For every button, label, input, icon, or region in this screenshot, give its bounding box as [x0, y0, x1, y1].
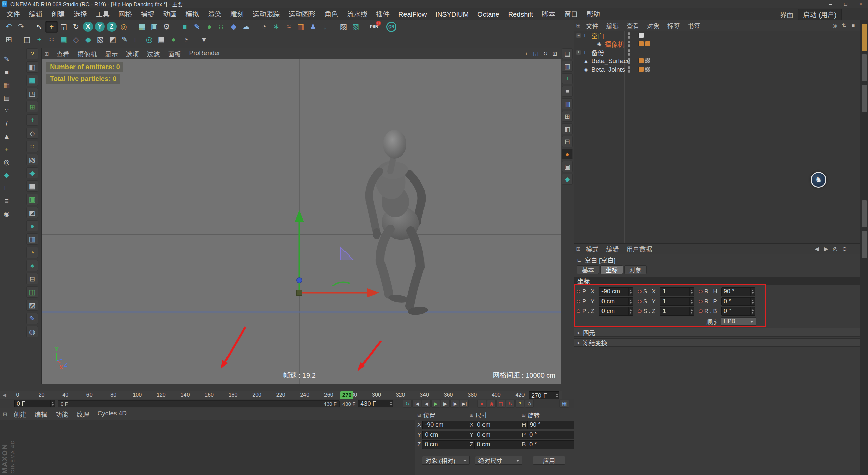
material-menu-item[interactable]: 纹理 — [72, 410, 93, 419]
object-tag[interactable] — [638, 66, 644, 72]
magnet-mode-icon[interactable]: ◉ — [1, 208, 12, 219]
sketch-tool-icon[interactable]: ✎ — [119, 34, 131, 45]
menu-item[interactable]: 模拟 — [181, 8, 203, 20]
expander-toggle[interactable]: − — [576, 33, 581, 38]
make-editable-icon[interactable]: ◫ — [21, 34, 33, 45]
drop-to-floor-icon[interactable]: ↓ — [319, 21, 331, 33]
range-end-spinner[interactable] — [389, 400, 393, 407]
keyframe-dot[interactable] — [699, 300, 703, 303]
range-start-field[interactable] — [14, 400, 55, 407]
visibility-dots[interactable] — [628, 41, 630, 47]
primitive-object-icon[interactable]: ■ — [179, 21, 191, 33]
menu-item[interactable]: 脚本 — [537, 8, 560, 20]
environment-icon[interactable]: ☁ — [240, 21, 252, 33]
object-row[interactable]: − ∟ 空白 — [574, 31, 860, 40]
menu-item[interactable]: 网格 — [114, 8, 136, 20]
x-axis-lock-icon[interactable]: X — [83, 22, 93, 32]
forward-arrow-icon[interactable]: ▶ — [822, 245, 831, 253]
panel-grip-icon[interactable]: ⊞ — [576, 22, 580, 29]
ruler-scroll-left-icon[interactable]: ◀ — [3, 392, 6, 398]
object-tag[interactable] — [645, 41, 650, 46]
interface-selector[interactable]: 启动 (用户) — [798, 9, 842, 20]
live-selection-icon[interactable]: ↖ — [33, 21, 45, 33]
frame-spinner[interactable] — [555, 392, 559, 400]
previous-frame-icon[interactable]: ◀ — [422, 400, 431, 408]
viewport-menu-item[interactable]: 显示 — [101, 49, 122, 58]
object-manager-menu-item[interactable]: 书签 — [684, 21, 704, 30]
attribute-tab[interactable]: 坐标 — [600, 265, 623, 274]
viewport-menu-item[interactable]: 面板 — [164, 49, 185, 58]
back-arrow-icon[interactable]: ◀ — [812, 245, 822, 253]
viewport-menu-item[interactable]: 查看 — [52, 49, 73, 58]
snap-paint-icon[interactable]: ▧ — [350, 21, 362, 33]
keyframe-dot[interactable] — [577, 290, 580, 293]
timeline-ruler[interactable]: ◀ 0 20 40 60 80 100 120 140 160 180 — [0, 391, 562, 399]
palette-tool-icon[interactable]: ✎ — [26, 313, 38, 324]
psr-reset-button[interactable]: PSR 0 — [368, 21, 380, 33]
palette-tool-icon[interactable]: ▦ — [26, 75, 38, 86]
material-menu-item[interactable]: 创建 — [9, 410, 30, 419]
menu-item[interactable]: 角色 — [320, 8, 342, 20]
filter-mode-icon[interactable]: ≡ — [1, 195, 12, 206]
menu-item[interactable]: 帮助 — [582, 8, 605, 20]
render-view-icon[interactable]: ▦ — [136, 21, 148, 33]
snap-spline-icon[interactable]: ◩ — [106, 34, 119, 45]
timeline-range-slider[interactable]: 0 F 430 F — [58, 400, 340, 407]
character-model[interactable] — [369, 130, 428, 316]
keyframe-dot[interactable] — [699, 290, 703, 293]
menu-item[interactable]: 雕刻 — [226, 8, 248, 20]
visibility-dots[interactable] — [628, 66, 630, 73]
layout-tab[interactable] — [862, 231, 867, 258]
coordinates-section-header[interactable]: 坐标 — [574, 277, 860, 285]
keyframe-dot[interactable] — [638, 309, 642, 313]
range-start-spinner[interactable] — [50, 400, 55, 407]
field-spinner[interactable] — [628, 288, 633, 296]
snap-mode-icon[interactable]: ◆ — [1, 170, 12, 180]
menu-item[interactable]: 流水线 — [342, 8, 372, 20]
lock-icon[interactable]: ⊙ — [840, 245, 849, 253]
expander-toggle[interactable]: + — [576, 50, 581, 55]
panel-menu-icon[interactable]: ≡ — [849, 245, 858, 253]
panel-palette-icon[interactable]: ◆ — [562, 174, 573, 185]
solo-mode-icon[interactable]: ◎ — [1, 157, 12, 168]
attribute-menu-item[interactable]: 编辑 — [602, 244, 623, 253]
palette-tool-icon[interactable]: ∗ — [26, 260, 38, 271]
camera-pan-icon[interactable]: + — [521, 49, 531, 58]
play-button[interactable]: ▶ — [431, 400, 440, 408]
view-toggle-icon[interactable]: ⊞ — [550, 49, 559, 58]
panel-palette-icon[interactable]: ◧ — [562, 124, 573, 134]
palette-tool-icon[interactable]: ▨ — [26, 300, 38, 311]
palette-tool-icon[interactable]: ▧ — [26, 154, 38, 165]
selection-paint-icon[interactable]: ▨ — [337, 21, 350, 33]
panel-palette-icon[interactable]: ⊞ — [562, 111, 573, 122]
menu-item[interactable]: 运动跟踪 — [248, 8, 284, 20]
close-button[interactable]: × — [853, 0, 868, 8]
collapsed-section-header[interactable]: 冻结变换 — [574, 338, 860, 347]
record-parameter-icon[interactable]: ? — [515, 400, 524, 408]
object-manager-menu-item[interactable]: 对象 — [643, 21, 663, 30]
menu-item[interactable]: 工具 — [92, 8, 114, 20]
scale-tool-icon[interactable]: ◱ — [58, 21, 70, 33]
render-queue-icon[interactable]: ● — [562, 149, 573, 159]
menu-item[interactable]: INSYDIUM — [431, 8, 473, 20]
palette-tool-icon[interactable]: ▤ — [26, 180, 38, 192]
rotation-attr-field[interactable] — [721, 297, 755, 306]
subdivision-surface-icon[interactable]: ● — [203, 21, 215, 33]
y-axis-lock-icon[interactable]: Y — [95, 22, 105, 32]
object-tag[interactable] — [638, 41, 644, 46]
panel-palette-icon[interactable]: + — [562, 73, 573, 84]
panel-palette-icon[interactable]: ≡ — [562, 86, 573, 97]
spline-pen-icon[interactable]: ✎ — [191, 21, 203, 33]
field-spinner[interactable] — [750, 307, 755, 315]
pin-icon[interactable]: ▼ — [198, 34, 210, 45]
playhead[interactable]: 270 — [340, 391, 353, 399]
object-row[interactable]: ◉ 摄像机 — [574, 40, 860, 48]
attribute-tab[interactable]: 基本 — [577, 265, 599, 274]
palette-tool-icon[interactable]: ◧ — [26, 61, 38, 73]
layout-tab[interactable] — [862, 200, 867, 227]
panel-grip-icon[interactable]: ⊞ — [44, 51, 49, 57]
workplane-lock-icon[interactable]: ∟ — [1, 183, 12, 193]
palette-tool-icon[interactable]: ◩ — [26, 207, 38, 218]
sort-icon[interactable]: ⇅ — [840, 21, 849, 30]
visibility-dots[interactable] — [628, 58, 630, 64]
